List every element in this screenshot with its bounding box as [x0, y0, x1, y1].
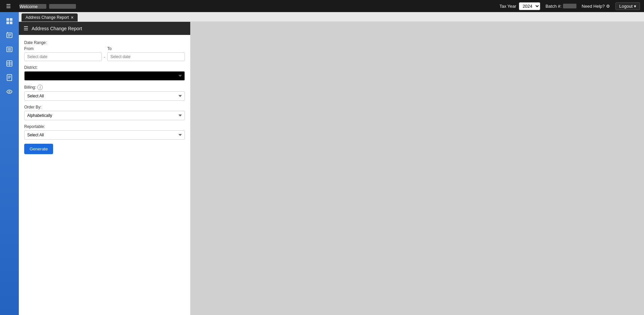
sidebar-icon-document[interactable] — [3, 71, 16, 84]
logout-button[interactable]: Logout ▾ — [615, 2, 640, 10]
sidebar — [0, 12, 19, 315]
district-label: District: — [24, 65, 185, 70]
sidebar-icon-dashboard[interactable] — [3, 15, 16, 28]
batch-section: Batch #: — [546, 4, 576, 9]
gear-icon — [606, 4, 610, 9]
username-placeholder — [49, 4, 76, 9]
generate-button[interactable]: Generate — [24, 144, 53, 154]
tax-year-select[interactable]: 2024 2023 2022 2025 — [519, 2, 540, 10]
billing-info-icon[interactable]: i — [37, 85, 43, 90]
billing-section: Billing: i Select All Billable Non-Billa… — [24, 85, 185, 101]
to-group: To — [107, 46, 185, 61]
date-range-section: Date Range: From - To — [24, 40, 185, 61]
panel-body: Date Range: From - To — [19, 35, 190, 160]
panel-menu-button[interactable]: ☰ — [24, 25, 28, 32]
date-separator: - — [104, 48, 105, 59]
order-by-select[interactable]: Alphabetically By Date By District — [24, 111, 185, 120]
panel-container: ☰ Address Change Report Date Range: From — [19, 22, 644, 315]
order-by-label: Order By: — [24, 105, 185, 109]
date-row: From - To — [24, 46, 185, 61]
sidebar-icon-eye[interactable] — [3, 85, 16, 98]
svg-rect-2 — [6, 21, 9, 24]
welcome-label: Welcome — [19, 4, 46, 9]
order-by-section: Order By: Alphabetically By Date By Dist… — [24, 105, 185, 120]
from-label: From — [24, 46, 102, 51]
topbar: ☰ Welcome Tax Year 2024 2023 2022 2025 B… — [0, 0, 644, 12]
billing-select[interactable]: Select All Billable Non-Billable — [24, 91, 185, 101]
reportable-label: Reportable: — [24, 124, 185, 129]
svg-rect-1 — [10, 18, 12, 21]
svg-rect-0 — [6, 18, 9, 21]
date-range-label: Date Range: — [24, 40, 185, 45]
svg-rect-3 — [10, 21, 12, 24]
to-label: To — [107, 46, 185, 51]
tab-bar: Address Change Report × — [19, 12, 644, 22]
to-date-input[interactable] — [107, 52, 185, 61]
logout-label: Logout — [619, 4, 633, 9]
panel-header: ☰ Address Change Report — [19, 22, 190, 35]
tab-close-button[interactable]: × — [71, 15, 74, 20]
menu-button[interactable]: ☰ — [4, 2, 13, 11]
main-content: Address Change Report × ☰ Address Change… — [19, 12, 644, 315]
tab-address-change-report[interactable]: Address Change Report × — [22, 13, 78, 21]
sidebar-icon-table[interactable] — [3, 57, 16, 70]
district-section: District: ████████████ — [24, 65, 185, 81]
panel-header-title: Address Change Report — [32, 26, 82, 31]
logout-arrow-icon: ▾ — [634, 4, 636, 9]
help-section[interactable]: Need Help? — [582, 4, 610, 9]
panel-left: ☰ Address Change Report Date Range: From — [19, 22, 190, 315]
batch-label: Batch #: — [546, 4, 562, 9]
help-label: Need Help? — [582, 4, 605, 9]
svg-rect-16 — [7, 75, 12, 81]
tab-label: Address Change Report — [26, 15, 69, 20]
sidebar-icon-list[interactable] — [3, 43, 16, 56]
layout: Address Change Report × ☰ Address Change… — [0, 12, 644, 315]
batch-value — [563, 4, 576, 8]
from-group: From — [24, 46, 102, 61]
tax-year-section: Tax Year 2024 2023 2022 2025 — [499, 2, 540, 10]
sidebar-icon-checklist[interactable] — [3, 29, 16, 42]
welcome-text: Welcome — [18, 3, 494, 9]
reportable-select[interactable]: Select All Yes No — [24, 130, 185, 140]
tax-year-label: Tax Year — [499, 4, 516, 9]
panel-right-preview — [190, 22, 644, 315]
district-select[interactable]: ████████████ — [24, 71, 185, 81]
billing-label-row: Billing: i — [24, 85, 185, 90]
reportable-section: Reportable: Select All Yes No — [24, 124, 185, 140]
svg-point-20 — [9, 91, 10, 92]
from-date-input[interactable] — [24, 52, 102, 61]
billing-label: Billing: — [24, 85, 36, 90]
